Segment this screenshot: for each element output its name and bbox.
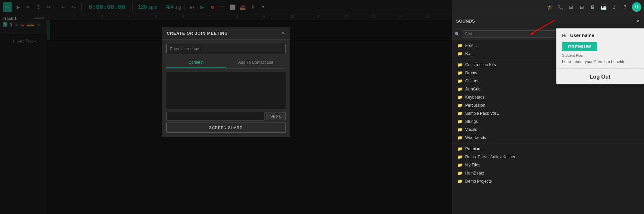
layout-icon[interactable]: ⊟ bbox=[578, 3, 586, 11]
dropdown-divider bbox=[557, 68, 644, 69]
folder-icon: 📁 bbox=[457, 43, 463, 48]
folder-icon: 📁 bbox=[457, 71, 463, 75]
user-dropdown: Hi, User name PREMIUM Student Plan Learn… bbox=[556, 28, 644, 84]
folder-icon: 📁 bbox=[457, 95, 463, 100]
folder-label: Demo Projects bbox=[465, 179, 492, 184]
meeting-modal: CREATE OR JOIN MEETING ✕ Connect Add To … bbox=[162, 27, 290, 137]
premium-button[interactable]: PREMIUM bbox=[562, 42, 597, 51]
mixer-icon[interactable]: 🎚 bbox=[610, 3, 618, 11]
username-input[interactable] bbox=[166, 44, 286, 54]
folder-item-strings[interactable]: 📁 Strings bbox=[452, 117, 644, 126]
search-icon: 🔍 bbox=[455, 32, 460, 36]
plugin-icon[interactable]: 7 bbox=[621, 3, 629, 11]
folder-icon: 📁 bbox=[457, 87, 463, 91]
student-plan-text: Student Plan bbox=[557, 53, 644, 58]
avatar[interactable]: U bbox=[632, 2, 641, 12]
modal-header: CREATE OR JOIN MEETING ✕ bbox=[162, 27, 290, 40]
folder-label: Construction Kits bbox=[465, 62, 496, 67]
folder-icon: 📁 bbox=[457, 79, 463, 83]
folder-icon: 📁 bbox=[457, 163, 463, 167]
screen-share-button[interactable]: SCREEN SHARE bbox=[166, 123, 286, 133]
folder-label: Woodwinds bbox=[465, 135, 486, 140]
folder-item-premium[interactable]: 📁 Premium bbox=[452, 145, 644, 153]
folder-icon: 📁 bbox=[457, 179, 463, 184]
greeting-text: Hi, bbox=[562, 33, 567, 38]
folder-item-humbeatz[interactable]: 📁 HumBeatz bbox=[452, 169, 644, 177]
modal-overlay: CREATE OR JOIN MEETING ✕ Connect Add To … bbox=[0, 0, 452, 214]
folder-label: Keyboards bbox=[465, 95, 484, 100]
folder-item-keyboards[interactable]: 📁 Keyboards bbox=[452, 93, 644, 101]
folder-item-jamgrid[interactable]: 📁 JamGrid bbox=[452, 85, 644, 93]
modal-actions: Connect Add To Contact List bbox=[166, 57, 286, 69]
folder-label: JamGrid bbox=[465, 87, 480, 91]
folder-icon: 📁 bbox=[457, 155, 463, 159]
folder-label: Guitars bbox=[465, 79, 478, 83]
connect-btn[interactable]: Connect bbox=[166, 57, 226, 68]
right-panel-close-btn[interactable]: ✕ bbox=[636, 19, 640, 24]
folder-item-vocals[interactable]: 📁 Vocals bbox=[452, 126, 644, 134]
add-contact-btn[interactable]: Add To Contact List bbox=[226, 57, 286, 68]
chat-area bbox=[166, 72, 286, 109]
folder-label: Drums bbox=[465, 71, 477, 75]
folder-item-demo-projects[interactable]: 📁 Demo Projects bbox=[452, 177, 644, 185]
folder-label: Sample Pack Vol 1 bbox=[465, 111, 499, 116]
folder-item-remix-pack[interactable]: 📁 Remix Pack - Artik x Kacher bbox=[452, 153, 644, 161]
user-dropdown-header: Hi, User name bbox=[557, 29, 644, 41]
right-panel: SOUNDS ✕ 🔍 Name 📁 Free... 📁 Ba... 📁 bbox=[452, 14, 644, 214]
folder-icon: 📁 bbox=[457, 146, 463, 151]
logout-button[interactable]: Log Out bbox=[557, 70, 644, 84]
monitor-icon[interactable]: 🖥 bbox=[589, 3, 597, 11]
folder-divider bbox=[452, 143, 644, 143]
folder-icon: 📁 bbox=[457, 103, 463, 108]
folder-label: Strings bbox=[465, 119, 478, 124]
folder-icon: 📁 bbox=[457, 119, 463, 124]
send-button[interactable]: SEND bbox=[267, 112, 286, 120]
folder-icon: 📁 bbox=[457, 111, 463, 116]
learn-premium-text[interactable]: Learn about your Premium benefits bbox=[557, 58, 644, 67]
phone-icon[interactable]: 📞 bbox=[556, 3, 564, 11]
chat-input-row: SEND bbox=[166, 112, 286, 121]
folder-icon: 📁 bbox=[457, 171, 463, 176]
folder-icon: 📁 bbox=[457, 62, 463, 67]
folder-item-woodwinds[interactable]: 📁 Woodwinds bbox=[452, 134, 644, 142]
modal-close-btn[interactable]: ✕ bbox=[281, 31, 285, 36]
right-panel-header: SOUNDS ✕ bbox=[452, 14, 644, 28]
folder-label: Premium bbox=[465, 146, 481, 151]
folder-label: HumBeatz bbox=[465, 171, 484, 176]
folder-label: Vocals bbox=[465, 127, 477, 132]
username-text: User name bbox=[570, 33, 594, 38]
chat-input[interactable] bbox=[166, 112, 264, 121]
folder-label: Percussion bbox=[465, 103, 485, 108]
folder-item-percussion[interactable]: 📁 Percussion bbox=[452, 101, 644, 109]
folder-label: Remix Pack - Artik x Kacher bbox=[465, 155, 515, 159]
right-panel-title: SOUNDS bbox=[456, 19, 633, 24]
modal-title: CREATE OR JOIN MEETING bbox=[167, 31, 228, 36]
folder-label: Free... bbox=[465, 43, 477, 48]
folder-label: Ba... bbox=[465, 51, 474, 56]
grid-icon[interactable]: ⊞ bbox=[567, 3, 575, 11]
piano-icon[interactable]: 🎹 bbox=[599, 3, 608, 11]
folder-label: My Files bbox=[465, 163, 480, 167]
modal-body: Connect Add To Contact List SEND SCREEN … bbox=[162, 40, 290, 137]
folder-icon: 📁 bbox=[457, 127, 463, 132]
folder-item-sample-pack[interactable]: 📁 Sample Pack Vol 1 bbox=[452, 109, 644, 117]
learn-icon[interactable]: 🎓 bbox=[545, 3, 554, 11]
toolbar-right: 🎓 📞 ⊞ ⊟ 🖥 🎹 🎚 7 U bbox=[545, 2, 641, 12]
folder-icon: 📁 bbox=[457, 135, 463, 140]
folder-item-my-files[interactable]: 📁 My Files bbox=[452, 161, 644, 169]
folder-icon: 📁 bbox=[457, 51, 463, 56]
